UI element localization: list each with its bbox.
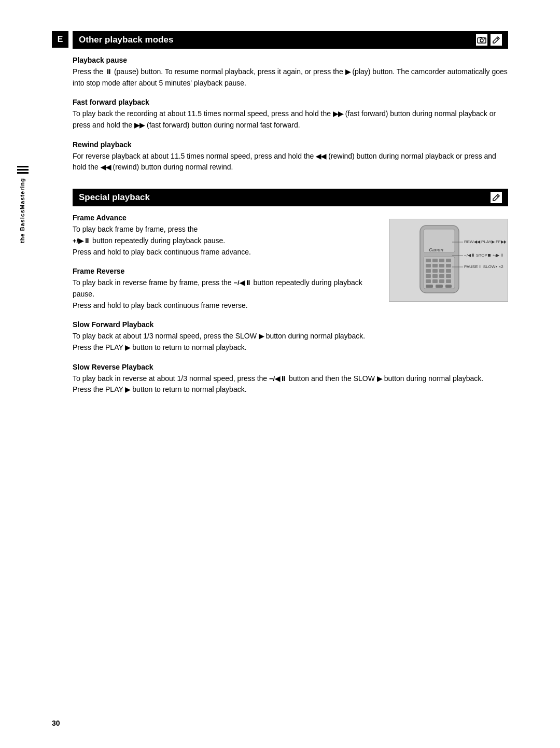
remote-svg: REW◀◀ PLAY▶ FF▶▶ −/◀⏸ STOP⏹ +/▶⏸ PAUSE⏸ … [391,221,506,299]
sidebar-mastering: Mastering [19,178,26,209]
subsection-rewind: Rewind playback For reverse playback at … [73,140,508,173]
svg-rect-27 [439,279,444,283]
svg-line-5 [497,195,498,197]
remote-control-image: REW◀◀ PLAY▶ FF▶▶ −/◀⏸ STOP⏹ +/▶⏸ PAUSE⏸ … [389,219,508,302]
frame-advance-body: To play back frame by frame, press the +… [73,224,379,258]
section-special-playback: Special playback Frame Advance [73,189,508,396]
frame-reverse-body: To play back in reverse frame by frame, … [73,277,379,311]
svg-rect-17 [426,269,431,273]
special-content: Frame Advance To play back frame by fram… [73,214,508,396]
section-content-other: Playback pause Press the ⏸ (pause) butto… [73,56,508,173]
svg-text:PAUSE⏸ SLOW▶ ×2: PAUSE⏸ SLOW▶ ×2 [464,264,503,269]
e-badge: E [52,31,68,48]
svg-rect-15 [439,264,444,267]
slow-fwd-symbol: ▶ [259,332,264,340]
section-header-other: Other playback modes [73,31,508,49]
header-icons-special [491,192,502,203]
play-symbol: ▶ [345,68,351,76]
frame-advance-title: Frame Advance [73,214,379,222]
play-symbol-sf: ▶ [125,344,130,351]
fast-forward-body: To play back the recording at about 11.5… [73,108,508,131]
rewind-body: For reverse playback at about 11.5 times… [73,151,508,173]
svg-rect-31 [445,285,452,288]
subsection-frame-reverse: Frame Reverse To play back in reverse fr… [73,267,379,311]
section-header-special: Special playback [73,189,508,206]
rewind-title: Rewind playback [73,140,508,149]
section-title-other: Other playback modes [79,35,173,45]
svg-rect-30 [436,285,443,288]
e-badge-label: E [58,35,63,44]
page-number: 30 [52,719,60,727]
svg-rect-14 [432,264,438,267]
svg-rect-25 [426,279,431,283]
slow-sym-sr: ▶ [377,375,382,383]
subsection-slow-forward: Slow Forward Playback To play back at ab… [73,320,508,353]
subsection-playback-pause: Playback pause Press the ⏸ (pause) butto… [73,56,508,89]
subsection-slow-reverse: Slow Reverse Playback To play back in re… [73,363,508,396]
ff-symbol-2: ▶▶ [134,121,145,129]
section-title-special: Special playback [79,192,150,203]
frame-reverse-title: Frame Reverse [73,267,379,275]
sidebar-line-1 [17,166,29,167]
svg-rect-9 [426,259,431,262]
slow-reverse-body: To play back in reverse at about 1/3 nor… [73,373,508,396]
frame-adv-symbol: +/▶⏸ [73,237,90,245]
sidebar-basics: the Basics [19,209,26,243]
sidebar-label: Mastering the Basics [16,166,30,243]
svg-rect-10 [432,259,438,262]
playback-pause-body: Press the ⏸ (pause) button. To resume no… [73,66,508,89]
sidebar-text: Mastering the Basics [19,178,26,243]
rew-symbol-2: ◀◀ [101,163,111,171]
svg-rect-2 [480,37,482,38]
svg-rect-16 [446,264,451,267]
slow-reverse-title: Slow Reverse Playback [73,363,508,371]
svg-rect-12 [446,259,451,262]
svg-rect-22 [432,274,438,278]
svg-rect-20 [446,269,451,273]
svg-line-4 [497,38,498,39]
svg-rect-24 [446,274,451,278]
svg-rect-3 [484,38,485,39]
svg-rect-21 [426,274,431,278]
svg-rect-28 [446,279,451,283]
pencil-icon-special [491,192,502,203]
ff-symbol-1: ▶▶ [333,110,343,118]
svg-text:Canon: Canon [429,247,444,252]
svg-rect-26 [432,279,438,283]
play-symbol-sr: ▶ [125,386,130,393]
sidebar-lines [17,166,29,174]
frame-rev-symbol: −/◀⏸ [233,279,251,287]
svg-rect-13 [426,264,431,267]
section-other-playback: Other playback modes [73,31,508,173]
slow-forward-body: To play back at about 1/3 normal speed, … [73,331,508,353]
subsection-frame-advance: Frame Advance To play back frame by fram… [73,214,379,258]
svg-rect-11 [439,259,444,262]
special-text-col: Frame Advance To play back frame by fram… [73,214,379,320]
special-columns: Frame Advance To play back frame by fram… [73,214,508,320]
slow-forward-title: Slow Forward Playback [73,320,508,329]
pencil-icon-other [491,34,502,46]
rew-symbol-1: ◀◀ [316,152,326,160]
page: E Mastering the Basics Other playback mo… [0,0,560,748]
svg-text:−/◀⏸  STOP⏹  +/▶⏸: −/◀⏸ STOP⏹ +/▶⏸ [464,253,503,258]
sidebar-line-2 [17,169,29,171]
header-icons-other [476,34,502,46]
sidebar-line-3 [17,172,29,174]
svg-text:REW◀◀ PLAY▶ FF▶▶: REW◀◀ PLAY▶ FF▶▶ [464,239,506,244]
svg-rect-18 [432,269,438,273]
playback-pause-title: Playback pause [73,56,508,64]
camera-icon [476,34,487,46]
fast-forward-title: Fast forward playback [73,98,508,106]
pause-symbol: ⏸ [105,68,112,76]
svg-rect-19 [439,269,444,273]
svg-rect-29 [426,285,433,288]
subsection-fast-forward: Fast forward playback To play back the r… [73,98,508,131]
svg-point-1 [480,39,483,42]
frame-rev-symbol-sr: −/◀⏸ [269,375,287,383]
svg-rect-23 [439,274,444,278]
